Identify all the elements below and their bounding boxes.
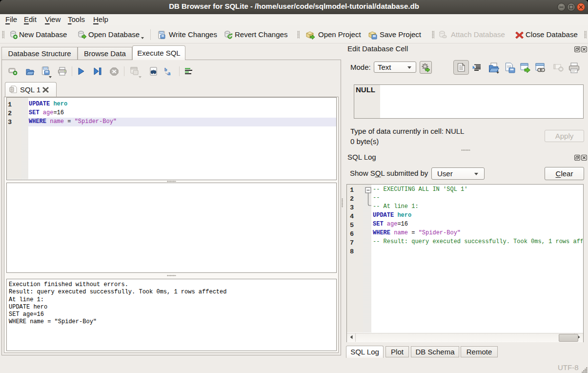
svg-text:a: a	[167, 69, 171, 76]
